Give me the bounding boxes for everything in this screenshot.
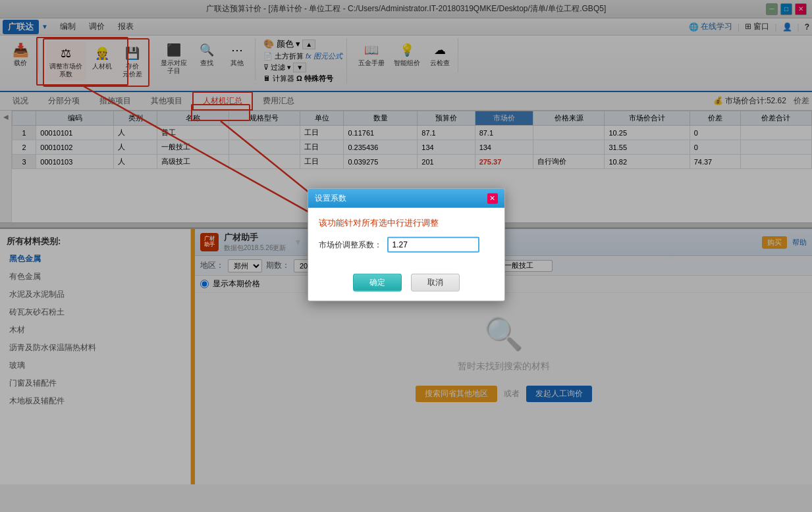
dialog-body: 该功能针对所有选中行进行调整 市场价调整系数： [308, 208, 504, 269]
dialog-footer: 确定 取消 [308, 269, 504, 301]
dialog-cancel-btn[interactable]: 取消 [411, 274, 460, 292]
dialog-header: 设置系数 ✕ [308, 189, 504, 208]
set-coefficient-dialog: 设置系数 ✕ 该功能针对所有选中行进行调整 市场价调整系数： 确定 取消 [308, 188, 505, 301]
coefficient-label: 市场价调整系数： [319, 239, 382, 250]
dialog-coefficient-row: 市场价调整系数： [319, 237, 494, 253]
dialog-close-btn[interactable]: ✕ [487, 193, 498, 203]
coefficient-input[interactable] [387, 237, 479, 253]
dialog-title: 设置系数 [315, 193, 346, 204]
dialog-warning: 该功能针对所有选中行进行调整 [319, 217, 494, 229]
dialog-ok-btn[interactable]: 确定 [353, 274, 402, 292]
